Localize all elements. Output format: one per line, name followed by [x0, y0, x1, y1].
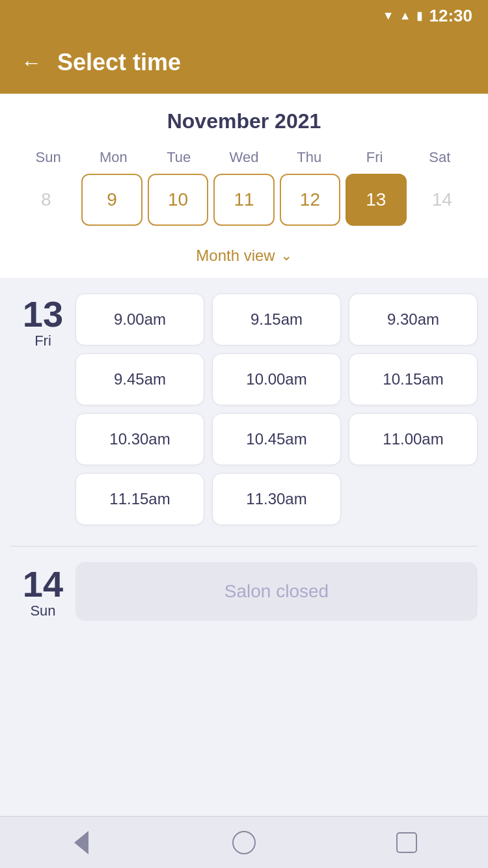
day-12[interactable]: 12	[280, 174, 340, 226]
back-nav-button[interactable]	[65, 826, 98, 859]
timeslot-1015am[interactable]: 10.15am	[349, 353, 478, 405]
timeslot-945am[interactable]: 9.45am	[75, 353, 204, 405]
timeslot-1030am[interactable]: 10.30am	[75, 413, 204, 465]
salon-closed-label: Salon closed	[224, 581, 329, 602]
day-9[interactable]: 9	[81, 174, 142, 226]
day-header-fri: Fri	[342, 149, 407, 166]
calendar-section: November 2021 Sun Mon Tue Wed Thu Fri Sa…	[0, 94, 488, 278]
chevron-down-icon: ⌄	[280, 247, 292, 264]
divider	[10, 546, 478, 547]
back-button[interactable]: ←	[21, 51, 42, 75]
status-icons: ▼ ▲ ▮	[383, 8, 423, 23]
month-view-label: Month view	[196, 247, 275, 265]
friday-label: 13 Fri	[10, 293, 75, 349]
day-13[interactable]: 13	[346, 174, 406, 226]
week-row: 8 9 10 11 12 13 14	[16, 174, 472, 226]
day-header-tue: Tue	[146, 149, 211, 166]
day-11[interactable]: 11	[213, 174, 274, 226]
day-8: 8	[16, 174, 76, 226]
status-bar: ▼ ▲ ▮ 12:30	[0, 0, 488, 31]
friday-block: 13 Fri 9.00am 9.15am 9.30am 9.45am 10.00…	[10, 293, 478, 525]
day-header-mon: Mon	[81, 149, 146, 166]
month-year-label: November 2021	[16, 109, 472, 133]
home-nav-icon	[232, 831, 256, 854]
friday-number: 13	[23, 296, 63, 332]
wifi-icon: ▼	[383, 9, 394, 23]
saturday-block: 14 Sun Salon closed	[10, 562, 478, 621]
home-nav-button[interactable]	[228, 826, 260, 859]
timeslot-1000am[interactable]: 10.00am	[212, 353, 341, 405]
recents-nav-icon	[396, 832, 417, 853]
day-headers: Sun Mon Tue Wed Thu Fri Sat	[16, 149, 472, 166]
salon-closed: Salon closed	[75, 562, 478, 621]
timeslot-1115am[interactable]: 11.15am	[75, 473, 204, 525]
day-header-wed: Wed	[211, 149, 277, 166]
friday-name: Fri	[34, 332, 51, 349]
day-14: 14	[412, 174, 472, 226]
timeslots-section: 13 Fri 9.00am 9.15am 9.30am 9.45am 10.00…	[0, 278, 488, 816]
back-nav-icon	[74, 831, 88, 854]
day-header-sun: Sun	[16, 149, 81, 166]
day-10[interactable]: 10	[148, 174, 208, 226]
saturday-number: 14	[23, 566, 63, 603]
recents-nav-button[interactable]	[390, 826, 423, 859]
timeslot-900am[interactable]: 9.00am	[75, 293, 204, 346]
header: ← Select time	[0, 31, 488, 94]
day-header-sat: Sat	[407, 149, 472, 166]
timeslot-1045am[interactable]: 10.45am	[212, 413, 341, 465]
page-title: Select time	[57, 49, 181, 76]
timeslot-915am[interactable]: 9.15am	[212, 293, 341, 346]
saturday-label: 14 Sun	[10, 563, 75, 619]
friday-timeslots: 9.00am 9.15am 9.30am 9.45am 10.00am 10.1…	[75, 293, 478, 525]
timeslot-1130am[interactable]: 11.30am	[212, 473, 341, 525]
timeslot-1100am[interactable]: 11.00am	[349, 413, 478, 465]
month-view-toggle[interactable]: Month view ⌄	[16, 236, 472, 278]
day-header-thu: Thu	[277, 149, 342, 166]
timeslot-930am[interactable]: 9.30am	[349, 293, 478, 346]
signal-icon: ▲	[400, 9, 411, 23]
saturday-name: Sun	[30, 603, 55, 619]
battery-icon: ▮	[416, 8, 423, 23]
status-time: 12:30	[429, 6, 473, 26]
bottom-nav	[0, 816, 488, 868]
